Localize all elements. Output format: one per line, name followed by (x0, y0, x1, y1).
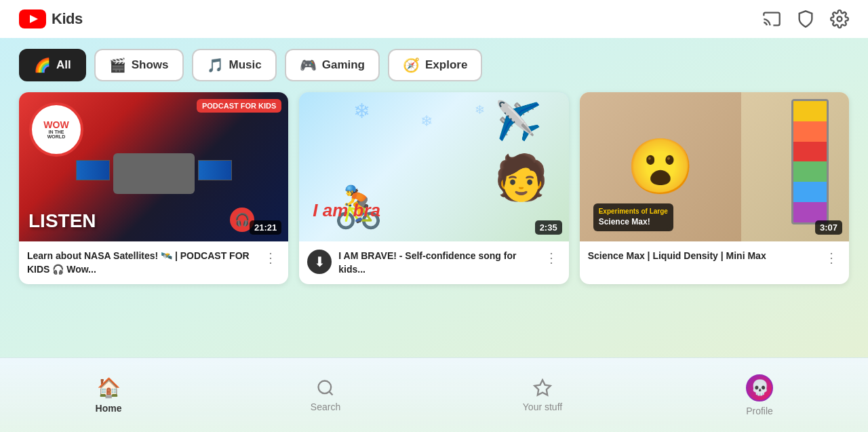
video-info-brave: ⬇ I AM BRAVE! - Self-confidence song for… (299, 241, 568, 284)
profile-avatar: 💀 (746, 374, 773, 401)
all-icon: 🌈 (34, 57, 51, 73)
nav-profile[interactable]: 💀 Profile (732, 374, 787, 416)
nav-search-label: Search (311, 401, 340, 412)
tab-explore[interactable]: 🧭 Explore (388, 49, 482, 81)
tab-music[interactable]: 🎵 Music (192, 49, 277, 81)
nav-stuff[interactable]: Your stuff (515, 378, 570, 412)
plane-shape: ✈️ (495, 99, 542, 143)
tab-shows-label: Shows (132, 58, 169, 72)
gaming-icon: 🎮 (300, 57, 317, 73)
satellite-shape (113, 153, 195, 194)
video-info-nasa: Learn about NASA Satellites! 🛰️ | PODCAS… (19, 241, 288, 284)
video-duration-brave: 2:35 (535, 220, 562, 235)
search-icon (316, 378, 335, 397)
video-left-nasa: Learn about NASA Satellites! 🛰️ | PODCAS… (27, 250, 261, 276)
tab-shows[interactable]: 🎬 Shows (94, 49, 184, 81)
video-duration-nasa: 21:21 (250, 220, 281, 235)
tab-explore-label: Explore (425, 58, 467, 72)
nav-stuff-label: Your stuff (523, 401, 562, 412)
video-title-science: Science Max | Liquid Density | Mini Max (588, 250, 766, 263)
music-icon: 🎵 (207, 57, 224, 73)
nav-search[interactable]: Search (298, 378, 353, 412)
layer-yellow (793, 101, 827, 121)
video-title-nasa: Learn about NASA Satellites! 🛰️ | PODCAS… (27, 250, 261, 276)
home-icon: 🏠 (97, 376, 121, 399)
tab-all-label: All (56, 58, 71, 72)
shield-icon[interactable] (796, 9, 815, 28)
nav-home[interactable]: 🏠 Home (81, 376, 136, 414)
shows-icon: 🎬 (109, 57, 126, 73)
cast-icon[interactable] (762, 9, 781, 28)
panel-right (198, 160, 232, 180)
app-title: Kids (52, 10, 83, 28)
layer-blue (793, 182, 827, 202)
panel-left (76, 160, 110, 180)
layer-purple (793, 202, 827, 222)
snowflake1: ❄ (353, 99, 370, 123)
header: Kids (0, 0, 868, 38)
science-badge: Experiments of LargeScience Max! (593, 203, 673, 231)
youtube-logo (19, 9, 46, 28)
video-left-science: Science Max | Liquid Density | Mini Max (588, 250, 822, 263)
podcast-badge: PODCAST FOR KIDS (197, 99, 281, 113)
video-duration-science: 3:07 (815, 220, 842, 235)
video-thumb-science: 😮 Experiments of LargeScience Max! 3:07 (580, 92, 849, 241)
video-grid: WOW IN THEWORLD PODCAST FOR KIDS LISTEN … (0, 92, 868, 284)
tab-music-label: Music (229, 58, 262, 72)
video-more-brave[interactable]: ⋮ (542, 250, 561, 266)
video-more-science[interactable]: ⋮ (822, 250, 841, 266)
tab-all[interactable]: 🌈 All (19, 49, 86, 81)
svg-marker-6 (534, 380, 550, 395)
video-left-brave: ⬇ I AM BRAVE! - Self-confidence song for… (307, 250, 541, 276)
tab-gaming[interactable]: 🎮 Gaming (285, 49, 380, 81)
explore-icon: 🧭 (403, 57, 420, 73)
snowflake3: ❄ (475, 102, 485, 117)
tab-gaming-label: Gaming (322, 58, 365, 72)
woman-figure: 🧑 (494, 152, 549, 203)
svg-point-4 (319, 380, 332, 393)
video-info-science: Science Max | Liquid Density | Mini Max … (580, 241, 849, 274)
listen-text: LISTEN (28, 210, 96, 232)
video-card-brave[interactable]: ❄ ❄ ❄ ✈️ 🚴 🧑 I am bra 2:35 ⬇ I AM BRAVE!… (299, 92, 568, 284)
star-icon (533, 378, 552, 397)
header-icons (762, 9, 849, 28)
video-more-nasa[interactable]: ⋮ (261, 250, 280, 266)
snowflake2: ❄ (420, 113, 433, 130)
layer-orange (793, 121, 827, 142)
bottom-nav: 🏠 Home Search Your stuff 💀 Profile (0, 357, 868, 432)
download-avatar: ⬇ (307, 250, 332, 274)
category-tabs: 🌈 All 🎬 Shows 🎵 Music 🎮 Gaming 🧭 Explore (0, 38, 868, 92)
density-jar (791, 99, 829, 224)
video-thumb-nasa: WOW IN THEWORLD PODCAST FOR KIDS LISTEN … (19, 92, 288, 241)
video-card-nasa[interactable]: WOW IN THEWORLD PODCAST FOR KIDS LISTEN … (19, 92, 288, 284)
nav-home-label: Home (96, 403, 122, 414)
logo-area: Kids (19, 9, 83, 28)
video-thumb-brave: ❄ ❄ ❄ ✈️ 🚴 🧑 I am bra 2:35 (299, 92, 568, 241)
nav-profile-label: Profile (746, 406, 773, 416)
brave-text: I am bra (313, 200, 380, 221)
settings-icon[interactable] (830, 9, 849, 28)
layer-green (793, 161, 827, 182)
video-title-brave: I AM BRAVE! - Self-confidence song for k… (338, 250, 541, 276)
wow-badge: WOW IN THEWORLD (29, 102, 83, 157)
svg-line-5 (329, 391, 332, 395)
video-card-science[interactable]: 😮 Experiments of LargeScience Max! 3:07 … (580, 92, 849, 284)
svg-point-3 (837, 17, 842, 22)
layer-red (793, 142, 827, 162)
